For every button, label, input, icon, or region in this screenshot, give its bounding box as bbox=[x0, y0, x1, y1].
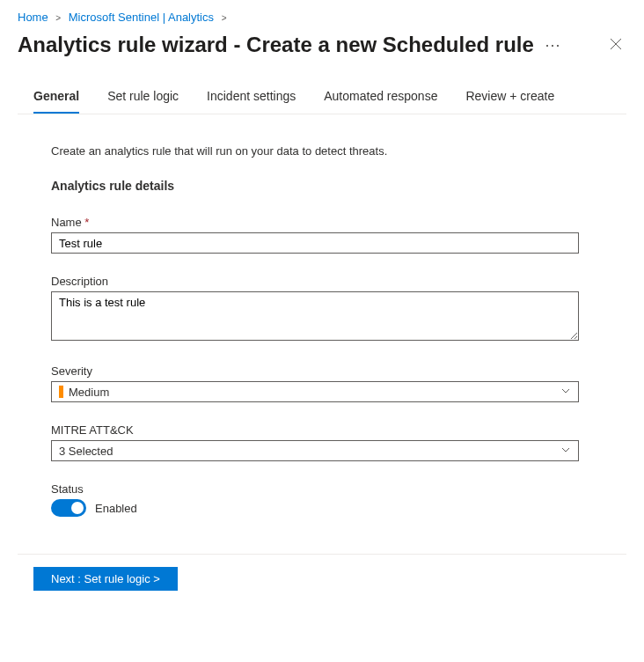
chevron-right-icon: > bbox=[222, 13, 227, 23]
description-input[interactable]: This is a test rule bbox=[51, 291, 579, 341]
severity-select[interactable]: Medium bbox=[51, 381, 579, 402]
status-toggle[interactable] bbox=[51, 499, 86, 517]
page-title: Analytics rule wizard - Create a new Sch… bbox=[18, 33, 534, 57]
chevron-down-icon bbox=[560, 386, 571, 399]
tab-incident-settings[interactable]: Incident settings bbox=[207, 84, 296, 114]
status-state-label: Enabled bbox=[95, 502, 137, 515]
breadcrumb-sentinel[interactable]: Microsoft Sentinel | Analytics bbox=[69, 11, 214, 24]
severity-value: Medium bbox=[69, 386, 109, 399]
severity-label: Severity bbox=[51, 364, 593, 378]
mitre-label: MITRE ATT&CK bbox=[51, 423, 593, 437]
required-marker: * bbox=[84, 216, 89, 229]
chevron-down-icon bbox=[560, 445, 571, 458]
tab-review-create[interactable]: Review + create bbox=[465, 84, 554, 114]
tab-automated-response[interactable]: Automated response bbox=[324, 84, 437, 114]
mitre-value: 3 Selected bbox=[59, 445, 113, 458]
footer: Next : Set rule logic > bbox=[18, 554, 626, 591]
tabs: General Set rule logic Incident settings… bbox=[18, 84, 626, 114]
chevron-right-icon: > bbox=[55, 13, 61, 23]
name-input[interactable] bbox=[51, 232, 579, 254]
breadcrumb-home[interactable]: Home bbox=[18, 11, 48, 24]
field-severity: Severity Medium bbox=[51, 364, 593, 402]
title-row: Analytics rule wizard - Create a new Sch… bbox=[18, 33, 626, 84]
field-name: Name * bbox=[51, 216, 593, 254]
intro-text: Create an analytics rule that will run o… bbox=[51, 144, 593, 158]
section-title: Analytics rule details bbox=[51, 179, 593, 193]
toggle-knob bbox=[71, 502, 84, 514]
next-button[interactable]: Next : Set rule logic > bbox=[33, 567, 178, 591]
mitre-select[interactable]: 3 Selected bbox=[51, 440, 579, 461]
status-label: Status bbox=[51, 482, 593, 496]
field-mitre: MITRE ATT&CK 3 Selected bbox=[51, 423, 593, 461]
field-status: Status Enabled bbox=[51, 482, 593, 517]
name-label: Name * bbox=[51, 216, 593, 229]
description-label: Description bbox=[51, 275, 593, 288]
more-actions-icon[interactable]: ⋯ bbox=[545, 35, 561, 55]
content-panel: Create an analytics rule that will run o… bbox=[18, 114, 626, 543]
field-description: Description This is a test rule bbox=[51, 275, 593, 343]
close-icon bbox=[609, 37, 623, 51]
tab-general[interactable]: General bbox=[33, 84, 79, 114]
tab-set-rule-logic[interactable]: Set rule logic bbox=[107, 84, 179, 114]
name-label-text: Name bbox=[51, 216, 82, 229]
severity-color-bar bbox=[59, 386, 63, 398]
close-button[interactable] bbox=[605, 33, 626, 57]
breadcrumb: Home > Microsoft Sentinel | Analytics > bbox=[18, 11, 626, 33]
